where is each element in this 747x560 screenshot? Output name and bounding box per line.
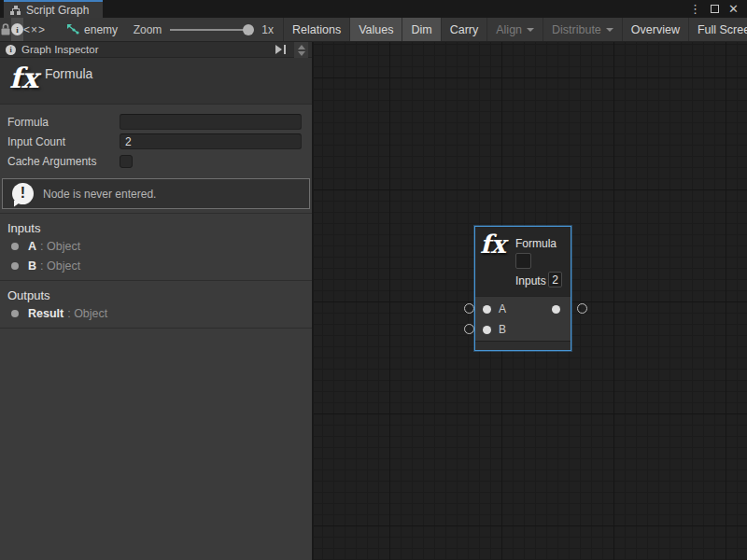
formula-field-label: Formula	[7, 116, 120, 129]
connection-hint-circle[interactable]	[464, 303, 474, 314]
info-icon: i	[11, 23, 23, 35]
input-port-row-b[interactable]: B : Object	[0, 257, 312, 274]
full-screen-button[interactable]: Full Screen	[689, 18, 747, 41]
node-inputs-label: Inputs	[515, 274, 546, 287]
node-title: Formula	[515, 237, 557, 250]
unit-fields: Formula Input Count Cache Arguments	[0, 105, 312, 176]
section-divider	[0, 328, 312, 329]
cache-arguments-field-row: Cache Arguments	[7, 151, 302, 171]
window-controls: ⋮ ✕	[689, 0, 747, 18]
unit-header: fx Formula	[0, 58, 312, 105]
arrow-up-icon	[298, 45, 305, 49]
port-type: : Object	[40, 240, 80, 253]
input-count-field-label: Input Count	[7, 135, 120, 148]
port-name: Result	[28, 307, 63, 320]
code-icon: <×>	[23, 23, 46, 36]
zoom-label: Zoom	[134, 23, 162, 36]
graph-inspector-panel: i Graph Inspector fx Formula Formula Inp…	[0, 42, 313, 560]
port-dot-icon	[11, 243, 19, 250]
distribute-dropdown[interactable]: Distribute	[543, 18, 623, 41]
inspector-title: Graph Inspector	[21, 44, 98, 55]
graph-canvas[interactable]: fx Formula Inputs 2 A B	[314, 42, 747, 560]
warning-text: Node is never entered.	[43, 188, 156, 201]
input-count-input[interactable]	[120, 133, 302, 149]
inspector-header: i Graph Inspector	[0, 42, 312, 58]
unit-title: Formula	[45, 66, 92, 81]
port-type: : Object	[40, 259, 80, 273]
input-port-a[interactable]	[483, 305, 491, 314]
graph-breadcrumb-icon	[66, 23, 79, 35]
chevron-down-icon	[606, 28, 613, 32]
title-bar: Script Graph ⋮ ✕	[0, 0, 747, 18]
maximize-icon[interactable]	[711, 5, 719, 13]
info-icon: i	[6, 45, 16, 55]
warning-box: ! Node is never entered.	[2, 178, 310, 209]
arrow-down-icon	[298, 51, 305, 56]
scroll-spinner[interactable]	[294, 42, 308, 58]
graph-toolbar: i <×> enemy Zoom 1x Relations Values Dim…	[0, 18, 747, 42]
carry-button[interactable]: Carry	[442, 18, 488, 41]
tab-title: Script Graph	[26, 4, 89, 17]
output-port-row-result[interactable]: Result : Object	[0, 304, 312, 322]
connection-hint-circle[interactable]	[464, 324, 474, 334]
zoom-slider[interactable]	[170, 24, 252, 35]
port-type: : Object	[67, 307, 107, 320]
formula-field-row: Formula	[7, 112, 302, 132]
cache-arguments-checkbox[interactable]	[120, 155, 133, 168]
breadcrumb-graph-name[interactable]: enemy	[84, 23, 118, 36]
formula-input[interactable]	[120, 114, 302, 130]
close-icon[interactable]: ✕	[728, 3, 739, 15]
input-port-row-a[interactable]: A : Object	[0, 237, 312, 255]
dock-panel-icon[interactable]	[275, 45, 286, 54]
chevron-down-icon	[527, 28, 534, 32]
formula-node-header: fx Formula Inputs 2	[475, 227, 571, 296]
port-dot-icon	[11, 310, 19, 317]
code-preview-button[interactable]: <×>	[23, 18, 46, 41]
port-dot-icon	[11, 262, 19, 270]
zoom-slider-thumb[interactable]	[243, 24, 254, 35]
connection-hint-circle[interactable]	[577, 303, 587, 314]
formula-node-footer	[475, 341, 571, 350]
zoom-value: 1x	[261, 23, 274, 36]
output-port-result[interactable]	[552, 305, 560, 314]
dim-button[interactable]: Dim	[402, 18, 441, 41]
zoom-slider-track	[170, 29, 252, 31]
inspector-toggle-button[interactable]: i	[11, 18, 23, 41]
zoom-control: Zoom 1x	[134, 23, 274, 36]
input-port-b[interactable]	[483, 326, 491, 334]
values-button[interactable]: Values	[350, 18, 402, 41]
inputs-section-header: Inputs	[0, 214, 312, 235]
input-count-field-row: Input Count	[7, 132, 302, 151]
relations-button[interactable]: Relations	[283, 18, 350, 41]
breadcrumb-zone: enemy Zoom 1x	[46, 18, 283, 41]
node-formula-input[interactable]	[515, 253, 531, 269]
menu-icon[interactable]: ⋮	[689, 3, 701, 15]
graph-hierarchy-icon	[10, 6, 21, 15]
outputs-section-header: Outputs	[0, 281, 312, 302]
formula-node[interactable]: fx Formula Inputs 2 A B	[474, 226, 571, 351]
warning-bubble-icon: !	[12, 183, 35, 205]
lock-button[interactable]	[0, 18, 11, 41]
overview-button[interactable]: Overview	[623, 18, 689, 41]
fx-icon: fx	[480, 230, 506, 259]
node-inputs-count-input[interactable]: 2	[548, 272, 562, 287]
formula-node-ports: A B	[475, 296, 571, 341]
input-port-a-label: A	[499, 302, 506, 315]
input-port-b-label: B	[499, 323, 506, 336]
fx-icon: fx	[9, 62, 38, 94]
toolbar-buttons: Relations Values Dim Carry Align Distrib…	[283, 18, 747, 41]
align-dropdown[interactable]: Align	[487, 18, 543, 41]
lock-icon	[0, 23, 11, 35]
port-name: A	[28, 240, 36, 253]
tab-script-graph[interactable]: Script Graph	[4, 0, 103, 18]
port-name: B	[28, 259, 36, 273]
cache-arguments-field-label: Cache Arguments	[7, 155, 120, 168]
